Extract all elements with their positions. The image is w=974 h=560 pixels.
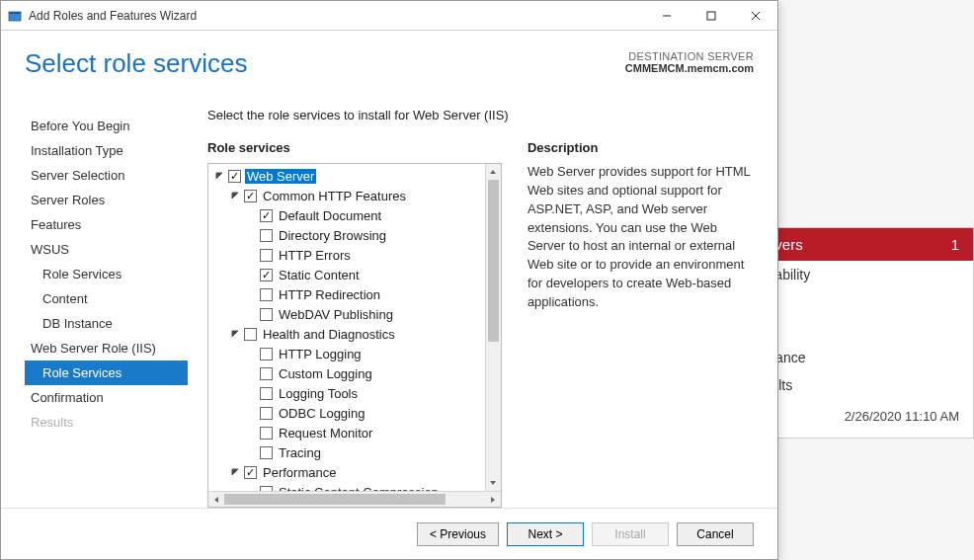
sidebar-item[interactable]: DB Instance — [25, 311, 188, 336]
expand-toggle-icon[interactable] — [214, 172, 224, 180]
cancel-button[interactable]: Cancel — [677, 522, 754, 546]
tree-row[interactable]: WebDAV Publishing — [246, 304, 485, 324]
expand-toggle-icon[interactable] — [230, 330, 240, 338]
scroll-right-icon[interactable] — [485, 492, 501, 507]
scroll-left-icon[interactable] — [208, 492, 224, 507]
install-button[interactable]: Install — [592, 522, 669, 546]
tree-node-label[interactable]: Tracing — [277, 445, 323, 460]
tree-node-label[interactable]: Common HTTP Features — [261, 189, 408, 203]
tree-row[interactable]: Web Server — [214, 166, 485, 186]
tree-row[interactable]: Request Monitor — [246, 423, 485, 442]
sidebar: Before You BeginInstallation TypeServer … — [25, 108, 188, 508]
tree-row[interactable]: ODBC Logging — [246, 403, 485, 423]
tree-node-label[interactable]: Performance — [261, 465, 338, 480]
tree-row[interactable]: Health and Diagnostics — [230, 324, 485, 344]
tree-row[interactable]: Default Document — [246, 205, 485, 225]
sidebar-item[interactable]: Server Selection — [25, 163, 188, 188]
sidebar-item[interactable]: Before You Begin — [25, 114, 188, 138]
hscroll-thumb[interactable] — [224, 494, 446, 505]
tree-node-label[interactable]: Request Monitor — [277, 426, 374, 440]
checkbox[interactable] — [260, 269, 273, 281]
tree-row[interactable]: HTTP Logging — [246, 344, 485, 363]
tree-row[interactable]: HTTP Redirection — [246, 284, 485, 304]
expand-toggle-icon[interactable] — [230, 468, 240, 476]
checkbox[interactable] — [260, 387, 273, 400]
tree-node-label[interactable]: Directory Browsing — [277, 228, 388, 243]
main: Select the role services to install for … — [188, 108, 754, 508]
role-services-column: Role services Web ServerCommon HTTP Feat… — [207, 140, 502, 508]
previous-button[interactable]: < Previous — [417, 522, 499, 546]
sidebar-item[interactable]: Confirmation — [25, 385, 188, 410]
tree-row[interactable]: Custom Logging — [246, 363, 485, 383]
tree-node-label[interactable]: Custom Logging — [277, 366, 374, 381]
destination-block: DESTINATION SERVER CMMEMCM.memcm.com — [625, 50, 754, 74]
description-column: Description Web Server provides support … — [528, 140, 754, 508]
checkbox[interactable] — [260, 308, 273, 321]
destination-server: CMMEMCM.memcm.com — [625, 62, 754, 74]
checkbox[interactable] — [260, 229, 273, 242]
tree-node-label[interactable]: Web Server — [245, 169, 316, 184]
minimize-button[interactable] — [644, 1, 689, 30]
scroll-track[interactable] — [486, 180, 501, 475]
tree-row[interactable]: Performance — [230, 462, 485, 482]
tree-row[interactable]: Directory Browsing — [246, 225, 485, 245]
tree-node-label[interactable]: ODBC Logging — [277, 406, 366, 421]
tree-node-label[interactable]: Default Document — [277, 208, 383, 223]
horizontal-scrollbar[interactable] — [208, 491, 501, 507]
tree-node-label[interactable]: Health and Diagnostics — [261, 327, 397, 342]
checkbox[interactable] — [260, 249, 273, 262]
sidebar-item: Results — [25, 410, 188, 435]
tree[interactable]: Web ServerCommon HTTP FeaturesDefault Do… — [208, 164, 485, 491]
tree-row[interactable]: Tracing — [246, 442, 485, 462]
sidebar-item[interactable]: Web Server Role (IIS) — [25, 336, 188, 360]
vertical-scrollbar[interactable] — [485, 164, 501, 491]
checkbox[interactable] — [244, 190, 257, 202]
tree-node-label[interactable]: WebDAV Publishing — [277, 307, 395, 322]
tree-node-label[interactable]: Static Content — [277, 268, 362, 282]
sidebar-item[interactable]: WSUS — [25, 237, 188, 262]
role-services-title: Role services — [207, 140, 502, 155]
scroll-thumb[interactable] — [488, 180, 499, 342]
sidebar-item[interactable]: Role Services — [25, 360, 188, 385]
sidebar-item[interactable]: Features — [25, 212, 188, 237]
checkbox[interactable] — [228, 170, 241, 183]
tree-container: Web ServerCommon HTTP FeaturesDefault Do… — [207, 163, 502, 508]
columns: Role services Web ServerCommon HTTP Feat… — [207, 140, 754, 508]
tree-row[interactable]: Common HTTP Features — [230, 186, 485, 205]
checkbox[interactable] — [244, 466, 257, 479]
description-text: Web Server provides support for HTML Web… — [528, 163, 754, 312]
scroll-down-icon[interactable] — [486, 475, 501, 491]
checkbox[interactable] — [260, 446, 273, 459]
checkbox[interactable] — [260, 288, 273, 301]
expand-toggle-icon[interactable] — [230, 192, 240, 200]
checkbox[interactable] — [244, 328, 257, 341]
destination-label: DESTINATION SERVER — [625, 50, 754, 62]
tree-node-label[interactable]: Logging Tools — [277, 386, 360, 401]
sidebar-item[interactable]: Server Roles — [25, 188, 188, 212]
tree-row[interactable]: HTTP Errors — [246, 245, 485, 265]
body: Before You BeginInstallation TypeServer … — [1, 108, 777, 508]
checkbox[interactable] — [260, 348, 273, 360]
tree-row[interactable]: Static Content Compression — [246, 482, 485, 491]
checkbox[interactable] — [260, 427, 273, 440]
tree-node-label[interactable]: HTTP Errors — [277, 248, 353, 263]
scroll-up-icon[interactable] — [486, 164, 501, 180]
tree-row[interactable]: Static Content — [246, 265, 485, 284]
checkbox[interactable] — [260, 209, 273, 222]
sidebar-item[interactable]: Role Services — [25, 262, 188, 286]
close-button[interactable] — [733, 1, 777, 30]
checkbox[interactable] — [260, 367, 273, 380]
sidebar-item[interactable]: Content — [25, 286, 188, 311]
checkbox[interactable] — [260, 407, 273, 420]
tree-node-label[interactable]: HTTP Redirection — [277, 287, 382, 302]
instruction-text: Select the role services to install for … — [207, 108, 754, 122]
hscroll-track[interactable] — [224, 492, 485, 507]
titlebar: Add Roles and Features Wizard — [1, 1, 777, 31]
sidebar-item[interactable]: Installation Type — [25, 138, 188, 163]
next-button[interactable]: Next > — [507, 522, 584, 546]
svg-rect-1 — [9, 12, 21, 14]
maximize-button[interactable] — [689, 1, 733, 30]
tree-row[interactable]: Logging Tools — [246, 383, 485, 403]
tree-node-label[interactable]: HTTP Logging — [277, 347, 364, 361]
app-icon — [7, 8, 23, 24]
